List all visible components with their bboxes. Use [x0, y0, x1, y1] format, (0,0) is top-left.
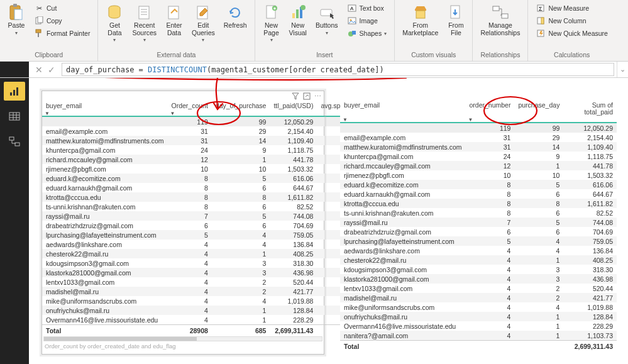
- shapes-label: Shapes: [360, 30, 382, 37]
- relationships-icon: [492, 4, 509, 21]
- new-visual-button[interactable]: New Visual: [287, 3, 309, 38]
- manage-relationships-label: Manage Relationships: [480, 22, 520, 36]
- svg-rect-17: [292, 13, 295, 18]
- new-column-button[interactable]: New Column: [533, 15, 610, 26]
- buttons-icon: [318, 4, 336, 21]
- shapes-button[interactable]: Shapes ▾: [344, 28, 390, 39]
- table-row[interactable]: nanitera?@amail.com411,103.73: [340, 331, 617, 341]
- formula-commit-button[interactable]: ✓: [48, 65, 55, 75]
- report-view-button[interactable]: [4, 82, 25, 101]
- table-row[interactable]: drabeatrizhdzruiz@gmail.com66704.69: [340, 227, 617, 236]
- table-row[interactable]: lpurchasing@lafayetteinstrument.com54759…: [340, 236, 617, 246]
- paste-icon: [8, 4, 25, 21]
- format-painter-button[interactable]: Format Painter: [31, 28, 92, 39]
- table-row[interactable]: richard.mccauley@gmail.com121441.78: [340, 161, 617, 170]
- from-file-button[interactable]: From File: [444, 3, 467, 38]
- svg-rect-46: [15, 143, 19, 146]
- table-row[interactable]: lentxv1033@gmail.com42520.44: [340, 284, 617, 293]
- table-row[interactable]: aedwards@linkshare.com44136.84: [340, 246, 617, 255]
- table-row[interactable]: ts-unni.krishnan@rakuten.com8682.52: [340, 208, 617, 218]
- column-header[interactable]: purchase_day: [514, 101, 563, 123]
- new-measure-button[interactable]: ΣNew Measure: [533, 3, 610, 14]
- group-label-external: External data: [157, 50, 196, 60]
- column-header[interactable]: buyer_email▼: [340, 101, 465, 123]
- column-header[interactable]: Order_count▼: [167, 101, 211, 116]
- svg-rect-4: [38, 16, 43, 23]
- buttons-button[interactable]: Buttons▾: [313, 3, 341, 37]
- svg-rect-5: [36, 30, 41, 33]
- visual-filters-icon[interactable]: [292, 92, 299, 100]
- cut-label: Cut: [47, 4, 57, 12]
- new-page-icon: ✷: [263, 4, 280, 21]
- format-painter-label: Format Painter: [47, 30, 90, 37]
- formula-args: (magenta1_customer[order created_date]): [207, 65, 384, 74]
- chevron-down-icon: ▾: [270, 37, 273, 43]
- svg-rect-27: [352, 31, 356, 35]
- image-button[interactable]: Image: [344, 15, 390, 26]
- table-row[interactable]: matthew.kuratomi@mdfinstruments.com31141…: [340, 142, 617, 152]
- svg-text:Σ: Σ: [539, 6, 543, 12]
- get-data-button[interactable]: Get Data▾: [103, 3, 126, 44]
- new-quick-measure-button[interactable]: New Quick Measure: [533, 28, 610, 39]
- enter-data-label: Enter Data: [166, 22, 182, 36]
- table-row[interactable]: email@example.com31292,154.40: [340, 133, 617, 142]
- table-row[interactable]: madishel@mail.ru42421.77: [340, 293, 617, 302]
- edit-queries-button[interactable]: Edit Queries▾: [189, 3, 218, 44]
- measure-icon: Σ: [536, 3, 546, 13]
- visual-focus-icon[interactable]: [303, 92, 311, 100]
- report-canvas[interactable]: ⋯ buyer_email▼Order_count▼day_of_purchas…: [29, 78, 628, 364]
- table-row[interactable]: rjimenez@pbgfl.com10101,503.32: [340, 170, 617, 180]
- chevron-down-icon: ▾: [202, 37, 204, 43]
- table-row[interactable]: rayssi@mail.ru75744.08: [340, 218, 617, 227]
- svg-text:✷: ✷: [273, 6, 277, 11]
- table-row[interactable]: chesterok22@mail.ru41408.25: [340, 255, 617, 265]
- formula-prefix: day_of_purchase =: [66, 65, 148, 74]
- column-header[interactable]: ttl_paid(USD): [270, 101, 317, 116]
- table-row[interactable]: onufriychuks@mail.ru41128.84: [340, 312, 617, 321]
- svg-rect-39: [16, 87, 18, 96]
- enter-data-button[interactable]: Enter Data: [163, 3, 185, 38]
- formula-expand-button[interactable]: ⌄: [617, 62, 628, 77]
- refresh-button[interactable]: Refresh: [221, 3, 250, 31]
- table-visual-left[interactable]: ⋯ buyer_email▼Order_count▼day_of_purchas…: [41, 91, 324, 355]
- scissors-icon: ✂: [34, 3, 44, 13]
- group-label-calculations: Calculations: [554, 50, 590, 60]
- model-view-button[interactable]: [4, 132, 25, 151]
- formula-cancel-button[interactable]: ✕: [35, 65, 43, 75]
- textbox-button[interactable]: AText box: [344, 3, 390, 14]
- textbox-label: Text box: [360, 4, 384, 12]
- formula-input[interactable]: day_of_purchase = DISTINCTCOUNT(magenta1…: [62, 63, 614, 76]
- column-header[interactable]: order_number▼: [465, 101, 514, 123]
- svg-rect-28: [416, 11, 425, 18]
- table-row[interactable]: kdougsimpson3@gmail.com43318.30: [340, 265, 617, 274]
- recent-sources-button[interactable]: Recent Sources▾: [129, 3, 159, 44]
- new-page-label: New Page: [263, 22, 279, 36]
- new-page-button[interactable]: ✷New Page▾: [260, 3, 283, 44]
- svg-rect-8: [139, 6, 149, 19]
- paste-button[interactable]: Paste ▾: [5, 3, 28, 37]
- refresh-icon: [226, 4, 244, 21]
- visual-more-icon[interactable]: ⋯: [314, 92, 321, 101]
- svg-point-20: [300, 5, 306, 10]
- copy-button[interactable]: Copy: [31, 15, 92, 26]
- svg-rect-45: [9, 137, 14, 140]
- quick-measure-icon: [536, 28, 546, 38]
- table-row[interactable]: ktrotta@cccua.edu881,611.82: [340, 199, 617, 208]
- data-view-button[interactable]: [4, 107, 25, 126]
- new-visual-icon: [289, 4, 307, 21]
- column-header[interactable]: buyer_email▼: [42, 101, 167, 116]
- horizontal-scrollbar[interactable]: [43, 336, 322, 341]
- table-visual-right[interactable]: buyer_email▼order_number▼purchase_daySum…: [340, 101, 617, 355]
- cut-button[interactable]: ✂Cut: [31, 3, 92, 14]
- table-row[interactable]: eduard.karnaukh@gmail.com86644.67: [340, 189, 617, 199]
- table-row[interactable]: mike@uniformsandscrubs.com441,019.88: [340, 302, 617, 312]
- manage-relationships-button[interactable]: Manage Relationships: [478, 3, 522, 38]
- table-row[interactable]: klastorka281000@gmail.com43436.98: [340, 274, 617, 284]
- table-row[interactable]: khuntercpa@gmail.com2491,118.75: [340, 152, 617, 161]
- table-row[interactable]: Overmann416@live.missouristate.edu41228.…: [340, 321, 617, 331]
- from-marketplace-button[interactable]: From Marketplace: [400, 3, 441, 38]
- group-relationships: Manage Relationships Relationships: [473, 0, 528, 61]
- table-row[interactable]: eduard.k@ecomitize.com85616.06: [340, 180, 617, 189]
- column-header[interactable]: day_of_purchase: [212, 101, 270, 116]
- column-header[interactable]: Sum of total_paid: [563, 101, 617, 123]
